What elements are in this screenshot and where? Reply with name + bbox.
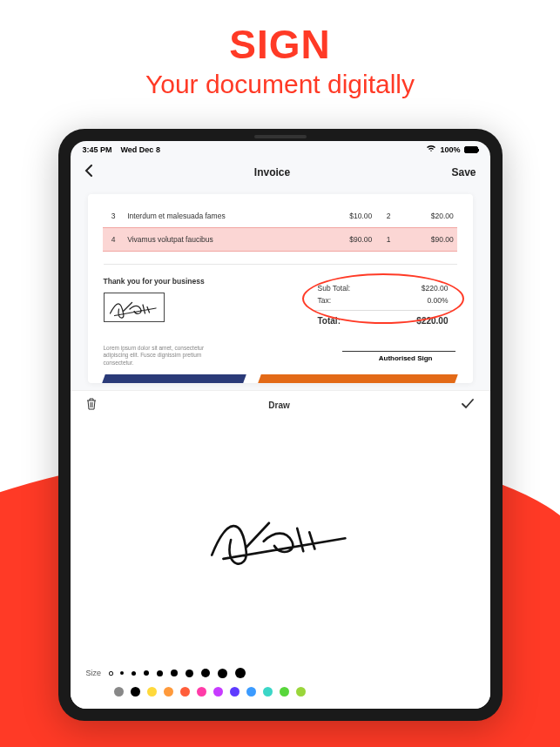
total-label: Total: — [318, 316, 341, 326]
color-option[interactable] — [280, 687, 289, 697]
row-qty: 1 — [375, 228, 401, 252]
brush-size-option[interactable] — [132, 671, 136, 676]
row-desc: Vivamus volutpat faucibus — [124, 228, 320, 252]
color-option[interactable] — [296, 687, 306, 697]
invoice-items-table: 3Interdum et malesuada fames$10.002$20.0… — [103, 205, 457, 252]
tablet-screen: 3:45 PM Wed Dec 8 100% Invoice Save 3Int… — [71, 141, 490, 709]
size-label: Size — [86, 669, 102, 677]
row-price: $10.00 — [320, 205, 376, 228]
tablet-frame: 3:45 PM Wed Dec 8 100% Invoice Save 3Int… — [58, 129, 503, 721]
row-qty: 2 — [375, 205, 401, 228]
signature-drawing — [202, 509, 359, 574]
row-desc: Interdum et malesuada fames — [124, 205, 320, 228]
save-button[interactable]: Save — [451, 166, 476, 178]
row-number: 3 — [103, 205, 124, 228]
brush-size-option[interactable] — [120, 671, 124, 675]
back-button[interactable] — [84, 165, 93, 180]
color-option[interactable] — [114, 687, 124, 697]
decorative-bars — [104, 374, 457, 383]
brush-size-option[interactable] — [186, 670, 193, 677]
total-value: $220.00 — [416, 316, 448, 326]
signature-placed[interactable] — [104, 293, 165, 322]
table-row: 4Vivamus volutpat faucibus$90.001$90.00 — [103, 228, 457, 252]
brush-size-option[interactable] — [157, 670, 163, 676]
authorised-sign-label: Authorised Sign — [342, 351, 455, 366]
brush-size-option[interactable] — [171, 670, 178, 676]
table-row: 3Interdum et malesuada fames$10.002$20.0… — [103, 205, 457, 228]
color-option[interactable] — [147, 687, 157, 697]
brush-size-option[interactable] — [144, 670, 149, 676]
headline-subtitle: Your document digitally — [0, 70, 560, 99]
confirm-signature-button[interactable] — [462, 399, 474, 412]
subtotal-label: Sub Total: — [318, 284, 351, 293]
brush-size-picker: Size — [71, 663, 490, 683]
delete-signature-button[interactable] — [86, 398, 97, 413]
battery-icon — [464, 146, 478, 153]
status-bar: 3:45 PM Wed Dec 8 100% — [71, 141, 490, 156]
wifi-icon — [426, 145, 436, 154]
brush-size-option[interactable] — [235, 668, 246, 678]
bar-orange — [258, 374, 458, 383]
status-date: Wed Dec 8 — [121, 145, 160, 154]
marketing-headline: SIGN Your document digitally — [0, 0, 560, 99]
color-option[interactable] — [164, 687, 173, 697]
color-option[interactable] — [197, 687, 206, 697]
row-total: $20.00 — [401, 205, 457, 228]
status-left: 3:45 PM Wed Dec 8 — [83, 145, 160, 154]
color-option[interactable] — [263, 687, 273, 697]
color-picker — [71, 683, 490, 709]
subtotal-value: $220.00 — [422, 284, 449, 293]
nav-bar: Invoice Save — [71, 156, 490, 189]
page-title: Invoice — [254, 166, 290, 178]
footnote-text: Lorem ipsum dolor sit amet, consectetur … — [104, 345, 217, 367]
divider — [104, 264, 457, 265]
battery-percent: 100% — [440, 145, 460, 154]
row-total: $90.00 — [401, 228, 457, 252]
color-option[interactable] — [131, 687, 140, 697]
tax-label: Tax: — [318, 296, 332, 305]
draw-label: Draw — [268, 400, 289, 410]
summary-section: Thank you for your business Sub Total: $… — [88, 277, 473, 333]
bar-blue — [102, 374, 246, 383]
color-option[interactable] — [230, 687, 240, 697]
tax-value: 0.00% — [427, 296, 448, 305]
brush-size-option[interactable] — [218, 669, 227, 678]
row-number: 4 — [103, 228, 124, 252]
status-right: 100% — [426, 145, 477, 154]
totals-block: Sub Total: $220.00 Tax: 0.00% Total: $22… — [309, 277, 457, 333]
signature-draw-panel: Draw Size — [71, 390, 490, 709]
status-time: 3:45 PM — [83, 145, 112, 154]
signature-canvas[interactable] — [71, 420, 490, 663]
brush-size-option[interactable] — [201, 669, 210, 677]
brush-size-option[interactable] — [110, 672, 112, 675]
thank-you-text: Thank you for your business — [104, 277, 292, 286]
color-option[interactable] — [180, 687, 190, 697]
row-price: $90.00 — [320, 228, 376, 252]
invoice-document[interactable]: 3Interdum et malesuada fames$10.002$20.0… — [88, 194, 473, 383]
color-option[interactable] — [246, 687, 256, 697]
color-option[interactable] — [213, 687, 223, 697]
headline-title: SIGN — [0, 21, 560, 68]
